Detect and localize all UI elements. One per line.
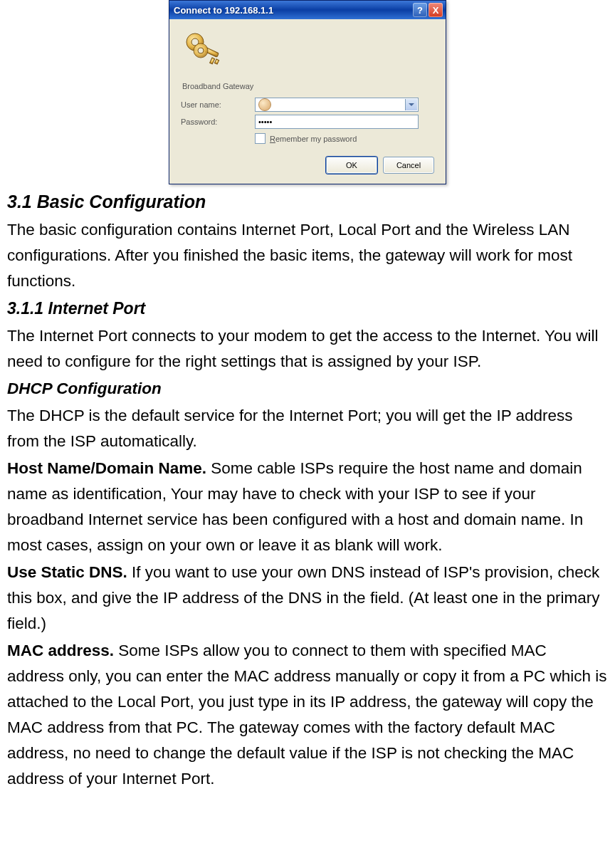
dialog-title: Connect to 192.168.1.1 bbox=[174, 5, 411, 16]
ok-button[interactable]: OK bbox=[326, 157, 377, 174]
keys-icon bbox=[181, 63, 226, 73]
cancel-button[interactable]: Cancel bbox=[383, 157, 434, 174]
remember-label: Remember my password bbox=[270, 135, 357, 143]
paragraph: The Internet Port connects to your modem… bbox=[7, 323, 608, 375]
realm-label: Broadband Gateway bbox=[182, 82, 434, 90]
remember-checkbox[interactable] bbox=[255, 133, 266, 144]
password-label: Password: bbox=[181, 117, 255, 126]
svg-rect-3 bbox=[210, 58, 215, 64]
close-icon: X bbox=[433, 5, 439, 16]
paragraph: MAC address. Some ISPs allow you to conn… bbox=[7, 638, 608, 792]
username-label: User name: bbox=[181, 100, 255, 109]
paragraph: Use Static DNS. If you want to use your … bbox=[7, 560, 608, 637]
chevron-down-icon[interactable] bbox=[405, 99, 417, 110]
heading-dhcp: DHCP Configuration bbox=[7, 376, 608, 402]
close-button[interactable]: X bbox=[429, 3, 443, 17]
user-icon bbox=[258, 98, 271, 111]
dialog-titlebar[interactable]: Connect to 192.168.1.1 ? X bbox=[169, 1, 446, 19]
password-value: ••••• bbox=[258, 117, 272, 126]
help-icon: ? bbox=[417, 5, 423, 16]
paragraph: The DHCP is the default service for the … bbox=[7, 403, 608, 454]
svg-point-6 bbox=[198, 48, 204, 53]
paragraph: Host Name/Domain Name. Some cable ISPs r… bbox=[7, 456, 608, 558]
svg-rect-4 bbox=[214, 59, 219, 64]
auth-dialog: Connect to 192.168.1.1 ? X bbox=[169, 0, 446, 184]
heading-3-1-1: 3.1.1 Internet Port bbox=[7, 296, 608, 322]
password-field[interactable]: ••••• bbox=[255, 115, 419, 129]
username-field[interactable] bbox=[255, 98, 419, 112]
help-button[interactable]: ? bbox=[413, 3, 427, 17]
document-body: 3.1 Basic Configuration The basic config… bbox=[7, 187, 608, 792]
paragraph: The basic configuration contains Interne… bbox=[7, 217, 608, 294]
heading-3-1: 3.1 Basic Configuration bbox=[7, 187, 608, 216]
